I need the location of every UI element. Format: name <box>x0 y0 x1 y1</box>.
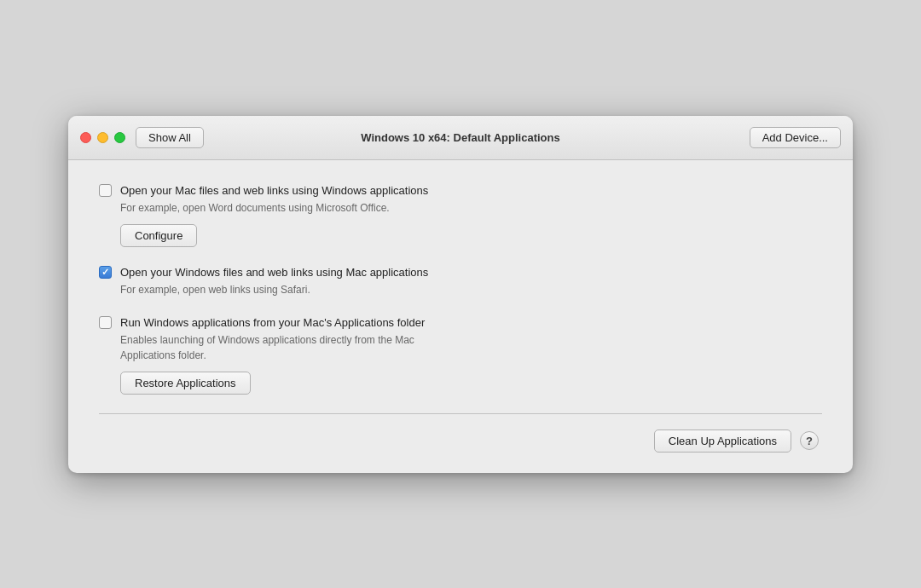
option-run-windows-apps-label: Run Windows applications from your Mac's… <box>120 316 425 329</box>
option-run-windows-apps: Run Windows applications from your Mac's… <box>99 316 822 395</box>
close-button[interactable] <box>80 132 91 143</box>
checkbox-run-windows-apps[interactable] <box>99 316 112 329</box>
configure-button[interactable]: Configure <box>120 224 197 247</box>
option-mac-files-label: Open your Mac files and web links using … <box>120 184 428 197</box>
option-mac-files: Open your Mac files and web links using … <box>99 184 822 247</box>
minimize-button[interactable] <box>97 132 108 143</box>
window-title: Windows 10 x64: Default Applications <box>361 131 559 144</box>
option-windows-files-description: For example, open web links using Safari… <box>120 282 822 297</box>
option-mac-files-header: Open your Mac files and web links using … <box>99 184 822 197</box>
option-windows-files-header: Open your Windows files and web links us… <box>99 266 822 279</box>
add-device-button[interactable]: Add Device... <box>750 127 841 148</box>
configure-button-row: Configure <box>120 224 822 247</box>
help-button[interactable]: ? <box>800 431 819 450</box>
divider <box>99 413 822 414</box>
traffic-lights <box>80 132 125 143</box>
maximize-button[interactable] <box>114 132 125 143</box>
checkbox-mac-files[interactable] <box>99 184 112 197</box>
clean-up-applications-button[interactable]: Clean Up Applications <box>654 429 791 453</box>
restore-applications-button[interactable]: Restore Applications <box>120 372 251 395</box>
content-area: Open your Mac files and web links using … <box>68 160 853 473</box>
checkbox-windows-files[interactable] <box>99 266 112 279</box>
restore-button-row: Restore Applications <box>120 372 822 395</box>
main-window: Show All Windows 10 x64: Default Applica… <box>68 116 853 473</box>
option-windows-files-label: Open your Windows files and web links us… <box>120 266 428 279</box>
option-run-windows-apps-description: Enables launching of Windows application… <box>120 332 822 363</box>
show-all-button[interactable]: Show All <box>136 127 204 148</box>
option-windows-files: Open your Windows files and web links us… <box>99 266 822 297</box>
option-run-windows-apps-header: Run Windows applications from your Mac's… <box>99 316 822 329</box>
option-mac-files-description: For example, open Word documents using M… <box>120 200 822 216</box>
footer: Clean Up Applications ? <box>99 429 822 453</box>
titlebar: Show All Windows 10 x64: Default Applica… <box>68 116 853 160</box>
